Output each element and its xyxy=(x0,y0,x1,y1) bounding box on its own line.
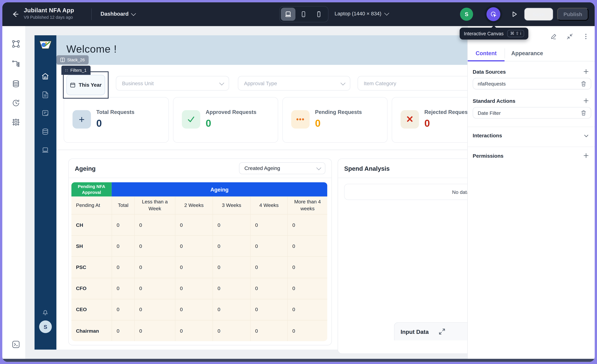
frame-tool-icon[interactable] xyxy=(12,40,20,48)
ageing-title: Ageing xyxy=(75,166,96,172)
row-label: CH xyxy=(71,214,111,235)
history-icon[interactable] xyxy=(12,99,20,107)
row-value: 0 xyxy=(287,214,327,235)
ageing-type-dropdown[interactable]: Created Ageing xyxy=(239,162,325,174)
column-header: 3 Weeks xyxy=(212,197,250,214)
calendar-icon xyxy=(70,82,76,88)
stat-label: Approved Requests xyxy=(206,109,257,115)
tab-appearance[interactable]: Appearance xyxy=(505,45,550,61)
add-standard-action-icon[interactable] xyxy=(583,98,589,103)
table-row: CH000000 xyxy=(71,214,327,235)
app-document-check-icon[interactable] xyxy=(41,109,49,118)
add-data-source-icon[interactable] xyxy=(583,69,589,74)
save-button[interactable]: Save xyxy=(524,8,553,21)
row-value: 0 xyxy=(250,214,287,235)
row-value: 0 xyxy=(212,320,250,341)
preview-play-icon[interactable] xyxy=(511,11,518,18)
collapse-panel-icon[interactable] xyxy=(566,33,573,40)
date-filter-label: This Year xyxy=(79,82,102,88)
approved-requests-card: Approved Requests 0 xyxy=(173,97,278,143)
app-nav-sidebar: S xyxy=(35,35,56,349)
input-data-panel-tab[interactable]: Input Data xyxy=(394,322,471,340)
standard-action-item[interactable]: Date Filter xyxy=(473,107,591,119)
ageing-dropdown-value: Created Ageing xyxy=(244,166,280,171)
user-avatar[interactable]: S xyxy=(460,8,473,21)
interactive-canvas-button[interactable] xyxy=(487,7,500,21)
section-divider xyxy=(468,147,595,147)
device-laptop-button[interactable] xyxy=(281,8,295,21)
row-label: SH xyxy=(71,236,111,257)
app-bell-icon[interactable] xyxy=(41,308,49,316)
app-laptop-icon[interactable] xyxy=(41,146,49,154)
row-value: 0 xyxy=(212,257,250,278)
settings-gear-icon[interactable] xyxy=(12,118,20,127)
selected-filters-badge[interactable]: ∷ Filters_1 xyxy=(61,66,90,75)
stat-cards-row: + Total Requests 0 Approved Requests 0 xyxy=(64,97,497,143)
item-category-dropdown[interactable]: Item Category xyxy=(358,76,480,91)
row-label: CEO xyxy=(71,299,111,320)
welcome-title: Welcome ! xyxy=(66,43,117,55)
row-value: 0 xyxy=(175,236,212,257)
top-bar: Jubilant NFA App V9 Published 12 days ag… xyxy=(2,2,595,26)
row-value: 0 xyxy=(134,320,175,341)
database-icon[interactable] xyxy=(12,79,20,88)
data-source-item[interactable]: nfaRequests xyxy=(473,78,591,89)
row-value: 0 xyxy=(134,257,175,278)
ageing-table: Pending NFA Approval Ageing Pending At T… xyxy=(71,182,327,341)
x-icon: ✕ xyxy=(401,110,419,128)
approval-type-dropdown[interactable]: Approval Type xyxy=(238,76,350,91)
stat-value: 0 xyxy=(424,118,430,129)
interactive-canvas-tooltip: Interactive Canvas ⌘ ⇧ i xyxy=(460,28,528,40)
window-bottom-bar xyxy=(2,359,595,362)
device-tablet-button[interactable] xyxy=(296,8,311,21)
properties-panel: Content Appearance Data Sources nfaReque… xyxy=(467,26,595,359)
app-home-icon[interactable] xyxy=(41,72,49,81)
trash-icon[interactable] xyxy=(581,81,586,87)
row-value: 0 xyxy=(175,257,212,278)
row-value: 0 xyxy=(112,320,134,341)
back-icon[interactable] xyxy=(12,10,19,18)
publish-button[interactable]: Publish xyxy=(557,8,589,21)
column-header: Pending At xyxy=(71,197,111,214)
terminal-icon[interactable] xyxy=(12,340,20,349)
page-selector[interactable]: Dashboard xyxy=(101,11,135,17)
row-label: Chairman xyxy=(71,320,111,341)
total-requests-card: + Total Requests 0 xyxy=(64,97,169,143)
interactions-title: Interactions xyxy=(473,133,502,139)
row-label: CFO xyxy=(71,278,111,299)
date-filter-button[interactable]: This Year xyxy=(66,75,105,95)
chevron-down-icon xyxy=(340,80,345,85)
expand-icon[interactable] xyxy=(439,328,446,335)
row-value: 0 xyxy=(175,214,212,235)
viewport-size-selector[interactable]: Laptop (1440 × 834) xyxy=(335,11,388,16)
table-group-header: Pending NFA Approval Ageing xyxy=(71,182,327,197)
device-phone-button[interactable] xyxy=(312,8,326,21)
business-unit-dropdown[interactable]: Business Unit xyxy=(116,76,229,91)
app-document-icon[interactable] xyxy=(41,91,49,99)
row-value: 0 xyxy=(134,214,175,235)
column-header: 4 Weeks xyxy=(250,197,287,214)
filters-badge-label: Filters_1 xyxy=(71,68,87,72)
column-header: Total xyxy=(112,197,134,214)
trash-icon[interactable] xyxy=(581,110,586,116)
interactions-chevron-icon[interactable] xyxy=(583,133,589,139)
tab-content[interactable]: Content xyxy=(468,45,505,61)
input-data-label: Input Data xyxy=(401,328,429,335)
data-source-name: nfaRequests xyxy=(478,81,506,87)
app-database-icon[interactable] xyxy=(41,127,49,136)
data-sources-title: Data Sources xyxy=(473,69,506,75)
row-value: 0 xyxy=(250,278,287,299)
row-value: 0 xyxy=(212,299,250,320)
edit-pencil-icon[interactable] xyxy=(550,33,557,40)
ageing-section: Ageing Created Ageing Pending NFA Approv… xyxy=(68,158,332,345)
selected-stack-badge[interactable]: Stack_26 xyxy=(56,55,89,64)
table-row: CEO000000 xyxy=(71,299,327,320)
screenshot-stage: Jubilant NFA App V9 Published 12 days ag… xyxy=(0,0,597,364)
layers-tree-icon[interactable] xyxy=(12,59,20,68)
add-permission-icon[interactable] xyxy=(583,153,589,158)
selection-outline[interactable]: This Year xyxy=(63,71,109,99)
no-data-text: No data xyxy=(452,189,470,195)
row-value: 0 xyxy=(212,278,250,299)
kebab-menu-icon[interactable] xyxy=(582,33,589,40)
app-user-avatar[interactable]: S xyxy=(39,320,52,333)
